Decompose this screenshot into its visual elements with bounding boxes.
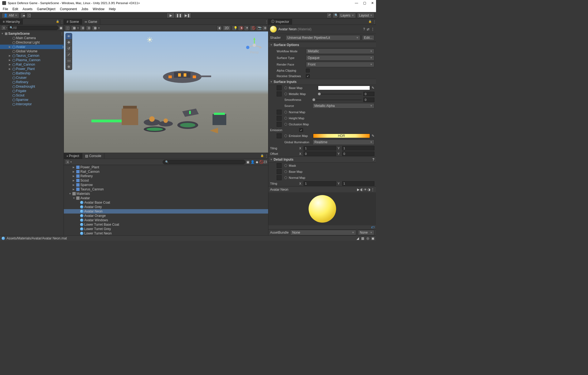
render-face-dropdown[interactable]: Front▼ xyxy=(306,62,374,67)
create-dropdown[interactable]: +▼ xyxy=(65,159,70,165)
hierarchy-item[interactable]: Sparrow xyxy=(0,98,64,102)
menu-file[interactable]: File xyxy=(1,7,10,12)
panel-menu-icon[interactable]: ⋮ xyxy=(60,20,64,24)
fx-toggle[interactable]: ✦▼ xyxy=(244,25,249,31)
smoothness-value[interactable]: 0 xyxy=(363,98,374,102)
preview-light-icon[interactable]: ✳ xyxy=(364,188,367,191)
help-icon[interactable]: ? xyxy=(363,27,365,31)
normal-map-slot[interactable] xyxy=(277,110,282,115)
picker-icon[interactable] xyxy=(284,134,287,137)
project-search[interactable]: 🔍 xyxy=(163,160,245,164)
tab-project[interactable]: ▪Project xyxy=(64,153,82,159)
hierarchy-item[interactable]: ▶Avatar› xyxy=(0,45,64,49)
menu-help[interactable]: Help xyxy=(107,7,118,12)
preset-icon[interactable]: ⇄ xyxy=(367,27,369,31)
preview-sphere-icon[interactable]: ◐ xyxy=(360,188,363,191)
maximize-button[interactable]: ▢ xyxy=(363,1,366,5)
detail-tiling-x[interactable]: 1 xyxy=(304,181,336,186)
shader-dropdown[interactable]: Universal Render Pipeline/Lit▼ xyxy=(285,35,360,41)
alpha-clipping-checkbox[interactable] xyxy=(306,69,310,72)
panel-menu-icon[interactable]: ⋮ xyxy=(265,154,268,158)
status-icon-4[interactable]: ▣ xyxy=(371,236,374,240)
menu-component[interactable]: Component xyxy=(58,7,78,12)
project-item[interactable]: Avatar Grey xyxy=(64,205,268,209)
lock-icon[interactable]: 🔒 xyxy=(260,154,264,158)
assetbundle-dropdown[interactable]: None▼ xyxy=(290,230,356,235)
hierarchy-item[interactable]: Interceptor xyxy=(0,102,64,106)
lock-icon[interactable]: 🔒 xyxy=(368,20,372,24)
step-button[interactable]: ▶❚ xyxy=(183,13,191,18)
scale-tool[interactable]: ⤢ xyxy=(66,52,72,58)
hierarchy-item[interactable]: ▶Power_Plant xyxy=(0,67,64,71)
status-icon-2[interactable]: ▦ xyxy=(361,236,364,240)
project-item[interactable]: ▶Sparrow xyxy=(64,183,268,187)
menu-gameobject[interactable]: GameObject xyxy=(35,7,57,12)
eyedropper-icon[interactable]: ✎ xyxy=(372,134,374,138)
rect-tool[interactable]: ▭ xyxy=(66,58,72,64)
section-surface-inputs[interactable]: ▼Surface Inputs xyxy=(268,79,376,85)
project-item[interactable]: Avatar Neon xyxy=(64,209,268,214)
global-illum-dropdown[interactable]: Realtime▼ xyxy=(312,139,374,145)
lighting-toggle[interactable]: 💡 xyxy=(232,25,237,31)
layers-dropdown[interactable]: Layers▼ xyxy=(339,13,356,18)
tab-console[interactable]: ▤Console xyxy=(82,153,104,159)
project-item[interactable]: ▶Power_Plant xyxy=(64,165,268,169)
save-search-icon[interactable]: ◆ xyxy=(256,160,258,164)
tiling-y[interactable]: 1 xyxy=(342,146,375,150)
picker-icon[interactable] xyxy=(284,170,287,173)
menu-assets[interactable]: Assets xyxy=(21,7,34,12)
status-icon-3[interactable]: ◎ xyxy=(366,236,369,240)
detail-base-map-slot[interactable] xyxy=(277,169,282,174)
orientation-gizmo[interactable]: Persp xyxy=(246,36,263,54)
view-tool[interactable]: 👁 xyxy=(66,33,72,39)
undo-history-button[interactable]: ◌ xyxy=(26,13,31,18)
height-map-slot[interactable] xyxy=(277,116,282,121)
detail-normal-map-slot[interactable] xyxy=(277,175,282,180)
hierarchy-item[interactable]: Dreadnought xyxy=(0,84,64,89)
scene-viewport[interactable]: 👁 ✥ ↺ ⤢ ▭ ⊕ xyxy=(64,31,268,153)
detail-tiling-y[interactable]: 1 xyxy=(342,181,375,186)
camera-button[interactable]: 📷▼ xyxy=(256,25,261,31)
help-icon[interactable]: ? xyxy=(372,158,374,161)
metallic-value[interactable]: 0 xyxy=(363,92,374,96)
tab-scene[interactable]: #Scene xyxy=(64,19,82,25)
tool-dropdown[interactable]: ⬚▼ xyxy=(65,25,70,31)
undo-button[interactable]: ↶ xyxy=(326,13,331,18)
preview-play-icon[interactable]: ▶ xyxy=(357,188,360,191)
search-by-label-icon[interactable]: 👤 xyxy=(251,160,255,164)
receive-shadows-checkbox[interactable] xyxy=(306,74,310,78)
material-preview[interactable] xyxy=(268,192,376,225)
project-item[interactable]: Avatar Orange xyxy=(64,214,268,218)
account-button[interactable]: 👤AM▼ xyxy=(2,13,19,18)
tab-hierarchy[interactable]: ≡Hierarchy xyxy=(0,19,23,25)
hierarchy-item[interactable]: Battleship xyxy=(0,71,64,75)
hidden-count-icon[interactable]: 🚫23 xyxy=(259,160,267,164)
project-item[interactable]: ▶Rail_Cannon xyxy=(64,169,268,174)
hierarchy-item[interactable]: Directional Light xyxy=(0,40,64,45)
tab-inspector[interactable]: ⓘInspector xyxy=(268,18,292,25)
preview-env-icon[interactable]: ◑ xyxy=(368,188,370,191)
picker-icon[interactable] xyxy=(284,111,287,114)
project-item[interactable]: Lower Turret Grey xyxy=(64,227,268,231)
hierarchy-item[interactable]: Main Camera xyxy=(0,36,64,40)
metallic-slider[interactable] xyxy=(318,94,362,95)
tab-game[interactable]: ∞Game xyxy=(82,19,100,25)
rotate-tool[interactable]: ↺ xyxy=(66,45,72,52)
play-button[interactable]: ▶ xyxy=(167,13,175,18)
picker-icon[interactable] xyxy=(284,93,287,95)
project-item[interactable]: Avatar Base Coat xyxy=(64,200,268,205)
smoothness-slider[interactable] xyxy=(312,99,362,100)
picker-icon[interactable] xyxy=(284,164,287,167)
offset-x[interactable]: 0 xyxy=(304,152,336,156)
minimize-button[interactable]: — xyxy=(355,1,358,5)
search-by-type-icon[interactable]: ▣ xyxy=(246,160,249,164)
hierarchy-item[interactable]: ▶Plasma_Cannon xyxy=(0,58,64,62)
hierarchy-search[interactable]: 🔍 All xyxy=(7,26,58,30)
gizmos-button[interactable]: ⊕▼ xyxy=(262,25,267,31)
pause-button[interactable]: ❚❚ xyxy=(175,13,183,18)
move-tool[interactable]: ✥ xyxy=(66,39,72,45)
menu-jobs[interactable]: Jobs xyxy=(80,7,90,12)
draw-mode-button[interactable]: ◐▼ xyxy=(217,25,222,31)
menu-window[interactable]: Window xyxy=(91,7,106,12)
hierarchy-item[interactable]: Cruiser xyxy=(0,75,64,80)
